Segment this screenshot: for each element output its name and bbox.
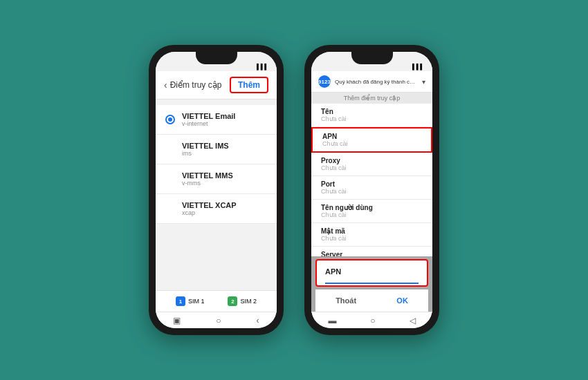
item-text-2: VIETTEL MMS v-mms	[182, 171, 233, 187]
apn-list: VIETTEL Email v-internet VIETTEL IMS ims…	[156, 99, 277, 290]
apn-form-subtitle: Thêm điểm truy cập	[311, 93, 432, 104]
sim1-icon: 1	[176, 296, 185, 306]
phone-2: ▌▌▌ 9123 Quý khách đã đăng ký thành công…	[304, 45, 439, 335]
field-password-label: Mật mã	[321, 227, 423, 235]
dialog-input-wrap	[325, 280, 419, 284]
item-text-1: VIETTEL IMS ims	[182, 142, 229, 157]
dialog-overlay: APN Thoát OK	[311, 256, 432, 312]
field-proxy-label: Proxy	[321, 157, 423, 164]
field-apn-value: Chưa cài	[322, 140, 421, 147]
field-username-label: Tên người dùng	[321, 204, 423, 211]
field-username[interactable]: Tên người dùng Chưa cài	[311, 200, 432, 223]
field-apn[interactable]: APN Chưa cài	[311, 127, 432, 153]
nav-back-icon[interactable]: ‹	[257, 316, 259, 325]
item-title-2: VIETTEL MMS	[182, 171, 233, 180]
field-port[interactable]: Port Chưa cài	[311, 176, 432, 200]
apn-dialog: APN	[315, 259, 428, 287]
field-password[interactable]: Mật mã Chưa cài	[311, 223, 432, 247]
item-text-3: VIETTEL XCAP xcap	[182, 201, 237, 216]
radio-selected[interactable]	[165, 115, 175, 124]
field-password-value: Chưa cài	[321, 235, 423, 242]
item-title-3: VIETTEL XCAP	[182, 201, 237, 209]
sim2-badge[interactable]: 2 SIM 2	[228, 296, 257, 306]
sim2-icon: 2	[228, 296, 237, 306]
field-server-label: Server	[321, 251, 423, 256]
dropdown-arrow-icon[interactable]: ▾	[422, 78, 425, 86]
sim2-label: SIM 2	[240, 298, 257, 305]
phone-1-screen: ▌▌▌ ‹ Điểm truy cập Thêm VIETTEL Email v…	[156, 52, 277, 328]
dialog-actions: Thoát OK	[315, 289, 428, 312]
nav2-menu-icon[interactable]: ▬	[328, 316, 336, 325]
field-ten[interactable]: Tên Chưa cài	[311, 104, 432, 127]
thoat-button[interactable]: Thoát	[324, 295, 367, 306]
field-ten-label: Tên	[321, 108, 423, 115]
nav-menu-icon[interactable]: ▣	[173, 316, 181, 325]
list-item[interactable]: VIETTEL XCAP xcap	[156, 194, 277, 224]
phone1-header: ‹ Điểm truy cập Thêm	[156, 71, 277, 99]
signal-2: ▌▌▌	[412, 64, 424, 70]
field-proxy-value: Chưa cài	[321, 164, 423, 171]
item-sub-0: v-internet	[182, 120, 235, 127]
nav2-back-icon[interactable]: ◁	[410, 316, 416, 325]
phone-2-screen: ▌▌▌ 9123 Quý khách đã đăng ký thành công…	[311, 52, 432, 328]
field-apn-label: APN	[322, 133, 421, 140]
item-title-0: VIETTEL Email	[182, 112, 235, 120]
sim-selector: 1 SIM 1 2 SIM 2	[156, 290, 277, 312]
them-button[interactable]: Thêm	[230, 77, 268, 93]
sim1-badge[interactable]: 1 SIM 1	[176, 296, 205, 306]
radio-empty-3	[165, 204, 175, 213]
radio-empty-2	[165, 174, 175, 184]
field-proxy[interactable]: Proxy Chưa cài	[311, 153, 432, 176]
item-sub-1: ims	[182, 150, 229, 157]
field-server[interactable]: Server Chưa cài	[311, 247, 432, 256]
top-bar-text: Quý khách đã đăng ký thành công gó...	[335, 79, 418, 85]
sim1-label: SIM 1	[188, 298, 205, 305]
nav-home-icon[interactable]: ○	[216, 316, 221, 325]
list-item[interactable]: VIETTEL IMS ims	[156, 135, 277, 164]
screen-title: Điểm truy cập	[170, 80, 222, 90]
signal-1: ▌▌▌	[257, 64, 268, 70]
sim-circle-icon: 9123	[318, 75, 331, 88]
nav-bar-2: ▬ ○ ◁	[311, 312, 432, 328]
phone2-content: 9123 Quý khách đã đăng ký thành công gó.…	[311, 71, 432, 312]
notch-1	[196, 52, 237, 64]
field-list: Tên Chưa cài APN Chưa cài Proxy Chưa cài…	[311, 104, 432, 256]
list-item[interactable]: VIETTEL MMS v-mms	[156, 164, 277, 194]
phone1-header-left: ‹ Điểm truy cập	[164, 79, 221, 91]
dialog-title: APN	[325, 267, 419, 276]
field-username-value: Chưa cài	[321, 211, 423, 218]
ok-button[interactable]: OK	[385, 295, 419, 306]
item-sub-2: v-mms	[182, 180, 233, 187]
field-port-value: Chưa cài	[321, 188, 423, 195]
field-ten-value: Chưa cài	[321, 115, 423, 122]
back-icon[interactable]: ‹	[164, 79, 167, 91]
item-title-1: VIETTEL IMS	[182, 142, 229, 150]
nav-bar-1: ▣ ○ ‹	[156, 312, 277, 328]
radio-empty-1	[165, 144, 175, 154]
item-sub-3: xcap	[182, 209, 237, 216]
notch-2	[351, 52, 393, 64]
field-port-label: Port	[321, 180, 423, 188]
phone2-top-bar: 9123 Quý khách đã đăng ký thành công gó.…	[311, 71, 432, 93]
phone-1: ▌▌▌ ‹ Điểm truy cập Thêm VIETTEL Email v…	[149, 45, 284, 335]
nav2-home-icon[interactable]: ○	[370, 316, 375, 325]
list-item[interactable]: VIETTEL Email v-internet	[156, 105, 277, 135]
item-text-0: VIETTEL Email v-internet	[182, 112, 235, 127]
